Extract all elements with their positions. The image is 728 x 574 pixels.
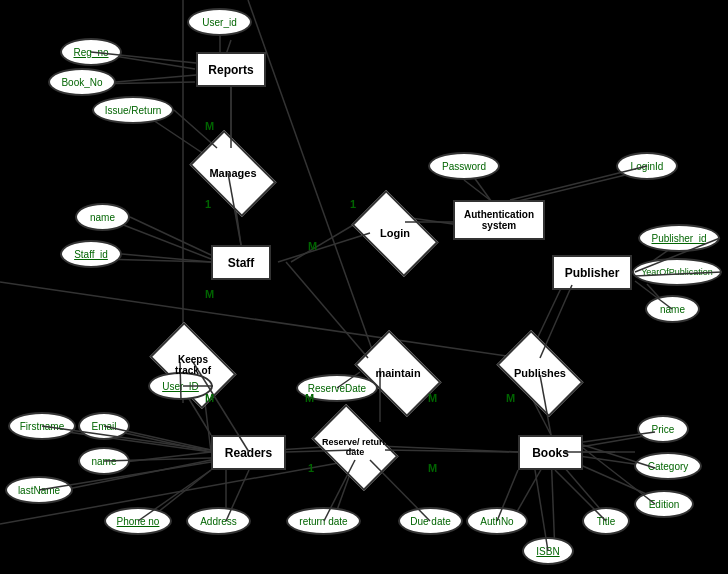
ellipse-isbn: ISBN [522, 537, 574, 565]
ellipse-publisher-id: Publisher_id [638, 224, 720, 252]
entity-publisher: Publisher [552, 255, 632, 290]
ellipse-edition: Edition [634, 490, 694, 518]
ellipse-staff-id: Staff_id [60, 240, 122, 268]
ellipse-user-id2: User_ID [148, 372, 213, 400]
multiplicity-m-staff2: M [205, 288, 214, 300]
multiplicity-1-reserve: 1 [308, 462, 314, 474]
ellipse-lastname: lastName [5, 476, 73, 504]
entity-reports: Reports [196, 52, 266, 87]
ellipse-category: Category [634, 452, 702, 480]
ellipse-firstname: Firstname [8, 412, 76, 440]
multiplicity-m-readers: M [205, 392, 214, 404]
entity-readers: Readers [211, 435, 286, 470]
ellipse-auth-no: AuthNo [466, 507, 528, 535]
ellipse-year-pub: YearOfPublication [632, 258, 722, 286]
multiplicity-m-reserve2: M [428, 462, 437, 474]
multiplicity-m-maintain: M [305, 392, 314, 404]
ellipse-book-no: Book_No [48, 68, 116, 96]
diamond-manages: Manages [193, 148, 273, 198]
multiplicity-m1: M [205, 120, 214, 132]
multiplicity-m-publish: M [428, 392, 437, 404]
ellipse-issue-return: Issue/Return [92, 96, 174, 124]
entity-auth-system: Authenticationsystem [453, 200, 545, 240]
ellipse-user-id: User_id [187, 8, 252, 36]
diamond-reserve-return: Reserve/ returndate [310, 422, 400, 472]
ellipse-title: Title [582, 507, 630, 535]
ellipse-name-staff: name [75, 203, 130, 231]
ellipse-phone-no: Phone no [104, 507, 172, 535]
ellipse-due-date: Due date [398, 507, 463, 535]
diamond-publishes: Publishes [500, 348, 580, 398]
ellipse-return-date: return date [286, 507, 361, 535]
multiplicity-m-login: M [308, 240, 317, 252]
ellipse-name-pub: name [645, 295, 700, 323]
svg-line-43 [0, 282, 520, 358]
entity-staff: Staff [211, 245, 271, 280]
multiplicity-m-books: M [506, 392, 515, 404]
entity-books: Books [518, 435, 583, 470]
ellipse-email: Email [78, 412, 130, 440]
multiplicity-1-staff: 1 [205, 198, 211, 210]
diamond-login: Login [355, 208, 435, 258]
ellipse-address: Address [186, 507, 251, 535]
ellipse-name-reader: name [78, 447, 130, 475]
er-diagram: Reports Staff Readers Books Publisher Au… [0, 0, 728, 574]
ellipse-price: Price [637, 415, 689, 443]
ellipse-loginid: LoginId [616, 152, 678, 180]
ellipse-reg-no: Reg_no [60, 38, 122, 66]
ellipse-password: Password [428, 152, 500, 180]
multiplicity-1-login: 1 [350, 198, 356, 210]
